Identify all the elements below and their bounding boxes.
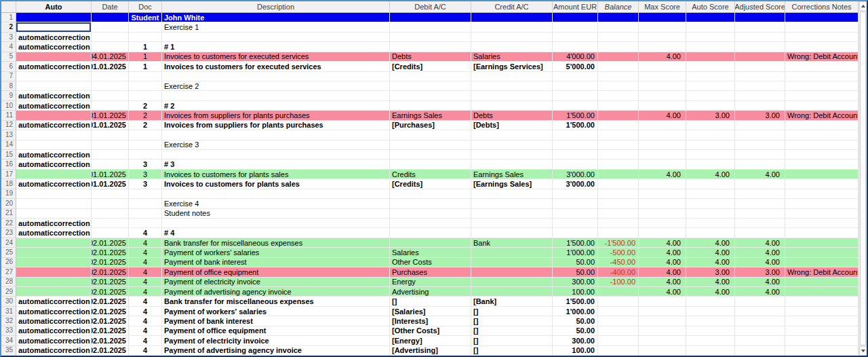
cell-amount[interactable] [553, 13, 598, 22]
cell-adjscore[interactable]: 3.00 [735, 267, 785, 277]
cell-max[interactable] [639, 307, 686, 316]
cell-max[interactable] [639, 189, 686, 199]
cell-debit[interactable]: [] [390, 297, 471, 306]
cell-credit[interactable]: Bank [471, 238, 553, 248]
cell-balance[interactable] [598, 111, 639, 120]
cell-notes[interactable] [785, 121, 859, 130]
cell-auto[interactable]: automaticcorrection [16, 121, 92, 130]
cell-max[interactable]: 4.00 [639, 267, 686, 277]
cell-doc[interactable]: 1 [129, 62, 162, 71]
cell-max[interactable]: 4.00 [639, 111, 686, 120]
cell-max[interactable] [639, 91, 686, 100]
cell-ascore[interactable]: 4.00 [686, 238, 735, 248]
cell-balance[interactable] [598, 159, 639, 169]
cell-credit[interactable] [471, 159, 553, 169]
cell-credit[interactable] [471, 209, 553, 219]
cell-amount[interactable]: 3'000.00 [553, 170, 598, 179]
cell-debit[interactable] [390, 13, 471, 22]
cell-doc[interactable]: 1 [129, 52, 162, 62]
cell-doc[interactable]: 4 [129, 267, 162, 277]
cell-notes[interactable] [785, 33, 859, 42]
cell-adjscore[interactable] [735, 13, 785, 22]
row-number[interactable]: 13 [1, 130, 16, 140]
cell-doc[interactable] [129, 91, 162, 100]
cell-ascore[interactable] [686, 121, 735, 130]
cell-debit[interactable]: [Advertising] [390, 346, 471, 356]
cell-ascore[interactable] [686, 219, 735, 228]
cell-date[interactable]: 02.01.2025 [92, 267, 129, 277]
cell-date[interactable] [92, 228, 129, 238]
cell-doc[interactable] [129, 150, 162, 159]
cell-ascore[interactable]: 4.00 [686, 170, 735, 179]
cell-desc[interactable]: # 4 [162, 228, 390, 238]
cell-desc[interactable]: John White [162, 13, 390, 22]
cell-doc[interactable] [129, 33, 162, 42]
cell-adjscore[interactable] [735, 101, 785, 111]
row-number[interactable]: 11 [1, 111, 16, 120]
cell-max[interactable] [639, 219, 686, 228]
row-number[interactable]: 5 [1, 52, 16, 62]
cell-credit[interactable] [471, 91, 553, 100]
cell-credit[interactable] [471, 42, 553, 52]
cell-desc[interactable]: Payment of electricity invoice [162, 336, 390, 345]
cell-auto[interactable] [16, 111, 92, 120]
cell-date[interactable]: 02.01.2025 [92, 238, 129, 248]
cell-balance[interactable] [598, 42, 639, 52]
cell-date[interactable] [92, 101, 129, 111]
cell-balance[interactable] [598, 219, 639, 228]
cell-ascore[interactable] [686, 159, 735, 169]
row-number[interactable]: 15 [1, 150, 16, 159]
column-header-adjusted-score[interactable]: Adjusted Score [735, 1, 785, 13]
cell-ascore[interactable] [686, 297, 735, 306]
cell-date[interactable]: 01.01.2025 [92, 179, 129, 189]
cell-notes[interactable] [785, 238, 859, 248]
cell-balance[interactable] [598, 101, 639, 111]
cell-amount[interactable] [553, 140, 598, 150]
cell-max[interactable]: 4.00 [639, 287, 686, 297]
cell-desc[interactable]: Payment of workers' salaries [162, 248, 390, 257]
cell-desc[interactable]: Invoices to customers for executed servi… [162, 52, 390, 62]
cell-debit[interactable]: [Interests] [390, 316, 471, 326]
cell-balance[interactable] [598, 179, 639, 189]
cell-ascore[interactable] [686, 326, 735, 336]
cell-notes[interactable] [785, 150, 859, 159]
cell-credit[interactable] [471, 267, 553, 277]
cell-amount[interactable] [553, 159, 598, 169]
cell-credit[interactable] [471, 72, 553, 81]
cell-notes[interactable] [785, 22, 859, 32]
cell-adjscore[interactable] [735, 297, 785, 306]
cell-amount[interactable]: 50.00 [553, 267, 598, 277]
cell-balance[interactable] [598, 209, 639, 219]
cell-date[interactable]: 02.01.2025 [92, 336, 129, 345]
cell-amount[interactable]: 5'000.00 [553, 62, 598, 71]
cell-notes[interactable] [785, 189, 859, 199]
cell-max[interactable]: 4.00 [639, 170, 686, 179]
row-number[interactable]: 20 [1, 199, 16, 208]
cell-ascore[interactable] [686, 336, 735, 345]
cell-credit[interactable]: Salaries [471, 52, 553, 62]
cell-max[interactable] [639, 22, 686, 32]
cell-balance[interactable] [598, 316, 639, 326]
cell-debit[interactable] [390, 91, 471, 100]
cell-credit[interactable]: [] [471, 326, 553, 336]
cell-notes[interactable] [785, 199, 859, 208]
cell-notes[interactable] [785, 287, 859, 297]
row-number[interactable]: 8 [1, 81, 16, 91]
cell-auto[interactable]: automaticcorrection [16, 219, 92, 228]
cell-max[interactable] [639, 159, 686, 169]
column-header-corrections-notes[interactable]: Corrections Notes [785, 1, 859, 13]
row-number[interactable]: 28 [1, 278, 16, 287]
cell-date[interactable] [92, 189, 129, 199]
cell-debit[interactable] [390, 140, 471, 150]
cell-notes[interactable] [785, 81, 859, 91]
cell-credit[interactable]: [Bank] [471, 297, 553, 306]
cell-amount[interactable]: 1'000.00 [553, 248, 598, 257]
cell-amount[interactable] [553, 101, 598, 111]
cell-debit[interactable] [390, 42, 471, 52]
cell-doc[interactable]: 4 [129, 238, 162, 248]
cell-date[interactable] [92, 199, 129, 208]
cell-ascore[interactable] [686, 42, 735, 52]
cell-date[interactable] [92, 13, 129, 22]
cell-credit[interactable] [471, 287, 553, 297]
cell-auto[interactable] [16, 209, 92, 219]
